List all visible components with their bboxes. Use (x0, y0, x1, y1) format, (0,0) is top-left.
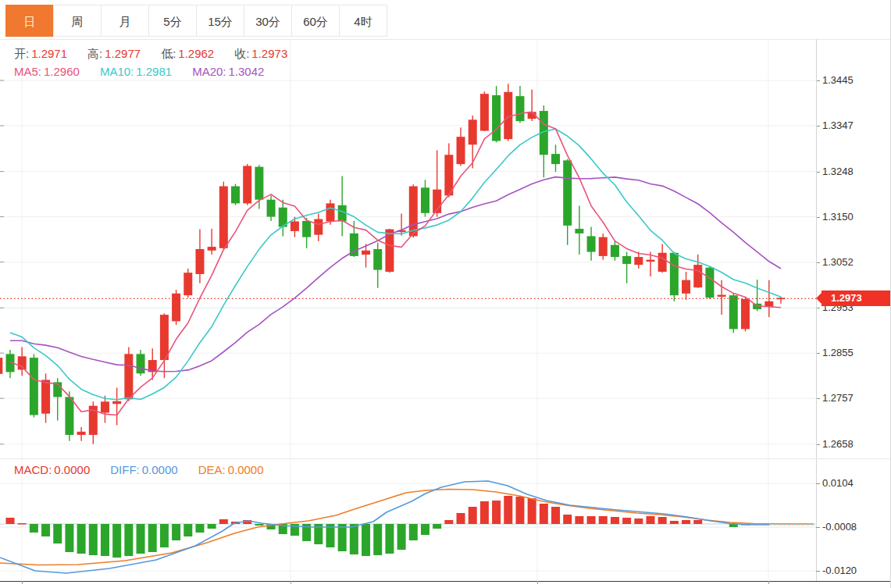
trading-chart-app: 日周月5分15分30分60分4时 开:1.2971 高:1.2977 低:1.2… (0, 0, 891, 588)
dea-value: DEA:0.0000 (198, 463, 264, 476)
axis-tick (816, 571, 820, 572)
price-axis-label: 1.2757 (822, 393, 854, 404)
ma5-legend: MA5:1.2960 (14, 65, 80, 78)
candlestick-chart-canvas[interactable] (0, 39, 816, 458)
ohlc-close: 收:1.2973 (234, 47, 287, 62)
diff-value: DIFF:0.0000 (110, 463, 177, 476)
ohlc-open: 开:1.2971 (14, 47, 67, 62)
ohlc-legend: 开:1.2971 高:1.2977 低:1.2962 收:1.2973 (14, 47, 287, 62)
axis-tick (816, 483, 820, 484)
time-tick (22, 581, 23, 584)
price-axis-label: 1.3150 (822, 212, 854, 223)
axis-tick (816, 527, 820, 528)
ma20-legend: MA20:1.3042 (192, 65, 264, 78)
timeframe-tab[interactable]: 15分 (196, 5, 244, 37)
timeframe-tab[interactable]: 日 (5, 5, 54, 37)
ohlc-low: 低:1.2962 (161, 47, 214, 62)
axis-border (816, 39, 817, 581)
timeframe-tabbar: 日周月5分15分30分60分4时 (5, 5, 387, 37)
macd-axis-label: 0.0104 (822, 478, 854, 489)
time-tick (537, 581, 538, 584)
price-axis-label: 1.3445 (822, 75, 854, 86)
time-axis-line (0, 581, 891, 582)
timeframe-tab[interactable]: 周 (53, 5, 102, 37)
ohlc-high: 高:1.2977 (87, 47, 141, 62)
macd-chart-canvas[interactable] (0, 459, 816, 581)
timeframe-tab[interactable]: 30分 (244, 5, 292, 37)
macd-legend: MACD:0.0000 DIFF:0.0000 DEA:0.0000 (14, 463, 264, 476)
macd-value: MACD:0.0000 (14, 463, 90, 476)
timeframe-tab[interactable]: 5分 (148, 5, 197, 37)
timeframe-tab[interactable]: 月 (101, 5, 149, 37)
price-axis-label: 1.2855 (822, 347, 854, 358)
price-axis-label: 1.3052 (822, 257, 854, 268)
macd-axis-label: -0.0008 (822, 522, 857, 533)
price-axis-label: 1.2658 (822, 439, 854, 450)
time-tick (290, 581, 291, 584)
ma-legend: MA5:1.2960 MA10:1.2981 MA20:1.3042 (14, 65, 264, 78)
ma10-legend: MA10:1.2981 (100, 65, 172, 78)
current-price-tag: 1.2973 (822, 290, 891, 306)
time-tick (768, 581, 769, 584)
price-tag-arrow-icon (816, 293, 822, 304)
price-axis-label: 1.3347 (822, 120, 854, 131)
price-axis-label: 1.3248 (822, 166, 854, 177)
macd-axis-label: -0.0120 (822, 565, 857, 576)
timeframe-tab[interactable]: 4时 (339, 5, 387, 37)
timeframe-tab[interactable]: 60分 (291, 5, 340, 37)
